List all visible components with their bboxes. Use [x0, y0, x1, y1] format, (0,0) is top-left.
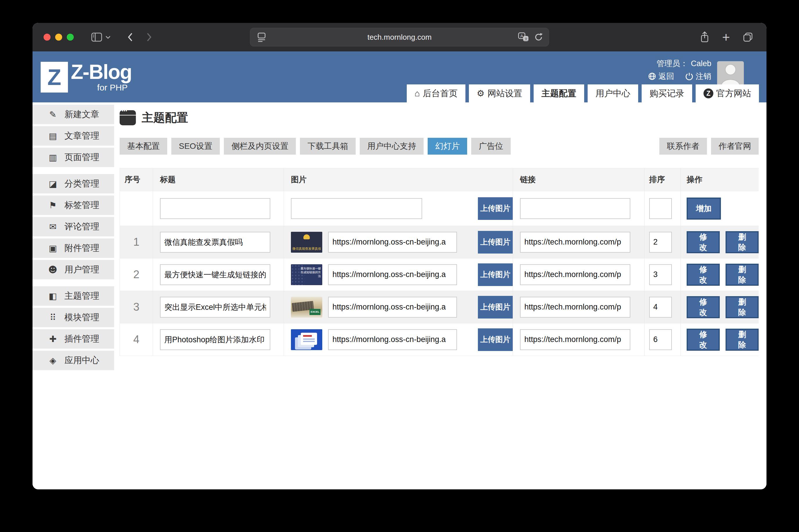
avatar[interactable] [717, 61, 744, 88]
sidebar-item-article-manage[interactable]: ▤文章管理 [33, 126, 114, 146]
sort-input[interactable] [649, 232, 672, 253]
svg-text:A: A [520, 33, 523, 38]
new-sort-input[interactable] [649, 198, 672, 219]
author-site-button[interactable]: 作者官网 [711, 138, 759, 155]
new-tab-icon[interactable]: + [722, 31, 730, 44]
table-header-row: 序号 标题 图片 链接 排序 操作 [120, 168, 759, 191]
add-slide-row: 上传图片 增加 [120, 191, 759, 226]
nav-tab-user-center[interactable]: 用户中心 [588, 84, 638, 102]
sidebar-item-user-manage[interactable]: ☻用户管理 [33, 260, 114, 279]
close-window-button[interactable] [43, 34, 51, 41]
upload-image-button[interactable]: 上传图片 [478, 263, 513, 286]
link-url-input[interactable] [520, 232, 630, 253]
sidebar-item-comment-manage[interactable]: ✉评论管理 [33, 217, 114, 236]
address-bar[interactable]: tech.mornlong.com A文 [250, 28, 549, 46]
reload-icon[interactable] [534, 32, 544, 42]
delete-button[interactable]: 删除 [726, 264, 759, 286]
sidebar-item-tag-manage[interactable]: ⚑标签管理 [33, 195, 114, 215]
contact-author-button[interactable]: 联系作者 [659, 138, 707, 155]
sort-input[interactable] [649, 297, 672, 318]
title-input[interactable] [160, 329, 270, 350]
nav-tab-site-settings[interactable]: ⚙ 网站设置 [469, 84, 530, 102]
reader-view-icon[interactable] [257, 32, 266, 42]
admin-name: Caleb [691, 59, 711, 68]
nav-tab-theme-config[interactable]: 主题配置 [534, 84, 584, 102]
sort-input[interactable] [649, 329, 672, 350]
delete-button[interactable]: 删除 [726, 296, 759, 318]
delete-button[interactable]: 删除 [726, 329, 759, 351]
back-to-site-link[interactable]: 返回 [648, 71, 674, 81]
delete-button[interactable]: 删除 [726, 231, 759, 253]
image-url-input[interactable] [328, 264, 457, 285]
zoom-window-button[interactable] [67, 34, 74, 41]
sidebar-item-new-article[interactable]: ✎新建文章 [33, 105, 114, 124]
app-center-icon: ◈ [48, 355, 58, 365]
edit-button[interactable]: 修改 [687, 231, 720, 253]
link-url-input[interactable] [520, 329, 630, 350]
back-button[interactable] [127, 32, 134, 42]
sort-input[interactable] [649, 264, 672, 285]
admin-info: 管理员： Caleb 返回 注销 [648, 58, 711, 83]
sidebar-item-page-manage[interactable]: ▥页面管理 [33, 148, 114, 167]
slideshow-table: 序号 标题 图片 链接 排序 操作 上传图片 [120, 168, 759, 356]
sidebar-item-app-center[interactable]: ◈应用中心 [33, 351, 114, 370]
browser-window: tech.mornlong.com A文 + Z [33, 23, 766, 489]
new-image-url-input[interactable] [291, 198, 422, 219]
link-url-input[interactable] [520, 264, 630, 285]
slide-row: 2 最方便快速一键生成短链接的方法 上传图片 修改 删除 [120, 259, 759, 291]
image-url-input[interactable] [328, 232, 457, 253]
upload-image-button[interactable]: 上传图片 [478, 197, 513, 220]
upload-image-button[interactable]: 上传图片 [478, 328, 513, 351]
translate-icon[interactable]: A文 [518, 32, 530, 42]
link-url-input[interactable] [520, 297, 630, 318]
nav-tab-official-site[interactable]: Z 官方网站 [696, 84, 759, 102]
title-input[interactable] [160, 232, 270, 253]
new-link-url-input[interactable] [520, 198, 630, 219]
tab-seo-settings[interactable]: SEO设置 [171, 138, 220, 155]
add-button[interactable]: 增加 [687, 197, 721, 220]
sidebar-item-category-manage[interactable]: ◪分类管理 [33, 174, 114, 193]
upload-image-button[interactable]: 上传图片 [478, 231, 513, 253]
image-url-input[interactable] [328, 297, 457, 318]
url-text: tech.mornlong.com [250, 33, 549, 42]
title-input[interactable] [160, 264, 270, 285]
logout-link[interactable]: 注销 [685, 71, 711, 81]
nav-tab-purchase-history[interactable]: 购买记录 [642, 84, 692, 102]
sidebar-item-module-manage[interactable]: ⠿模块管理 [33, 308, 114, 327]
forward-button[interactable] [145, 32, 152, 42]
sidebar-toggle-icon[interactable] [91, 33, 102, 42]
admin-header: Z Z-Blog for PHP 管理员： Caleb 返回 注销 [33, 51, 766, 102]
upload-image-button[interactable]: 上传图片 [478, 296, 513, 319]
nav-tab-dashboard[interactable]: ⌂ 后台首页 [407, 84, 466, 102]
tab-slideshow[interactable]: 幻灯片 [428, 138, 467, 155]
sidebar-item-plugin-manage[interactable]: ✚插件管理 [33, 329, 114, 349]
zblog-logo-title: Z-Blog [71, 62, 132, 82]
title-input[interactable] [160, 297, 270, 318]
sidebar-item-attachment-manage[interactable]: ▣附件管理 [33, 239, 114, 258]
browser-titlebar: tech.mornlong.com A文 + [33, 23, 766, 51]
edit-button[interactable]: 修改 [687, 296, 720, 318]
category-manage-icon: ◪ [48, 179, 58, 189]
image-url-input[interactable] [328, 329, 457, 350]
tab-download-toolbox[interactable]: 下载工具箱 [300, 138, 356, 155]
slide-row: 1 微信真能查发票真假吗? 上传图片 修改 删除 [120, 226, 759, 259]
tab-user-center-support[interactable]: 用户中心支持 [360, 138, 423, 155]
row-number: 3 [120, 291, 153, 323]
minimize-window-button[interactable] [55, 34, 62, 41]
edit-button[interactable]: 修改 [687, 264, 720, 286]
sidebar-item-theme-manage[interactable]: ◧主题管理 [33, 286, 114, 306]
theme-config-icon [120, 110, 136, 125]
tab-sidebar-innerpage[interactable]: 侧栏及内页设置 [224, 138, 296, 155]
tab-basic-config[interactable]: 基本配置 [120, 138, 167, 155]
tab-overview-icon[interactable] [743, 32, 753, 42]
chevron-down-icon[interactable] [105, 35, 111, 39]
row-number: 2 [120, 259, 153, 291]
tab-ad-slots[interactable]: 广告位 [471, 138, 511, 155]
power-icon [685, 72, 693, 80]
share-icon[interactable] [700, 31, 709, 43]
zblog-logo: Z Z-Blog for PHP [41, 62, 132, 93]
edit-button[interactable]: 修改 [687, 329, 720, 351]
new-title-input[interactable] [160, 198, 270, 219]
top-nav: ⌂ 后台首页 ⚙ 网站设置 主题配置 用户中心 购买记录 Z 官方网站 [407, 84, 759, 102]
slide-thumbnail: EXCEL [291, 297, 322, 318]
